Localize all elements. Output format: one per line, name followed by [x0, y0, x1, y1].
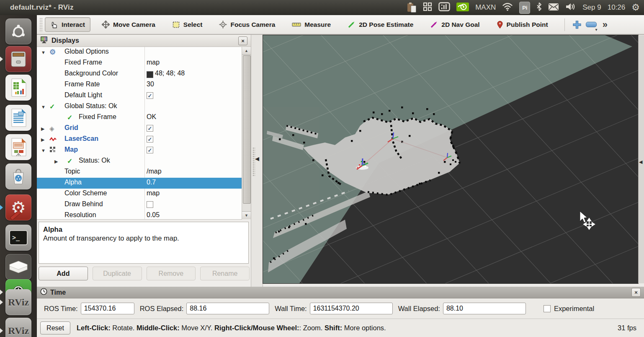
tool-publish-point[interactable]: Publish Point: [491, 17, 554, 32]
displays-panel-header[interactable]: Displays ×: [37, 35, 251, 47]
tool-move-camera[interactable]: Move Camera: [96, 17, 161, 32]
tree-row-resolution[interactable]: Resolution0.05: [37, 210, 242, 220]
tree-row-topic[interactable]: Topic/map: [37, 167, 242, 178]
clipboard-icon[interactable]: [407, 3, 417, 13]
collapse-icon[interactable]: ▼: [41, 50, 46, 55]
expand-icon[interactable]: ▶: [54, 159, 58, 164]
tool-focus-camera[interactable]: Focus Camera: [214, 17, 281, 32]
tool-2d-nav-goal[interactable]: 2D Nav Goal: [425, 17, 485, 32]
property-value[interactable]: 0.7: [147, 179, 156, 186]
collapse-icon[interactable]: ▼: [41, 104, 46, 109]
scroll-up-icon[interactable]: ▲: [242, 47, 251, 55]
checkbox-checked[interactable]: ✓: [147, 136, 153, 143]
rviz-button[interactable]: RViz: [5, 289, 31, 315]
close-icon[interactable]: ×: [631, 288, 641, 297]
3d-viewport[interactable]: [263, 35, 638, 283]
pose-estimate-arrow-icon: [348, 21, 355, 29]
tree-row-fixed-frame[interactable]: ✓Fixed FrameOK: [37, 112, 242, 123]
chevron-double-right-icon[interactable]: »: [603, 19, 608, 30]
ubuntu-software-button[interactable]: [5, 163, 31, 189]
add-button[interactable]: Add: [39, 267, 88, 280]
time-label[interactable]: 10:26: [608, 3, 626, 12]
tool-2d-pose-estimate[interactable]: 2D Pose Estimate: [342, 17, 419, 32]
color-swatch[interactable]: [147, 71, 153, 78]
right-panel-splitter[interactable]: ◀: [638, 35, 644, 283]
toolbar-separator: [564, 18, 565, 31]
tree-row-background-color[interactable]: Background Color48; 48; 48: [37, 69, 242, 80]
file-manager-button[interactable]: [5, 46, 31, 72]
wifi-icon[interactable]: [502, 3, 513, 13]
tree-row-draw-behind[interactable]: Draw Behind: [37, 200, 242, 210]
tree-row-global-status-ok[interactable]: ▼✓Global Status: Ok: [37, 101, 242, 112]
property-value[interactable]: 48; 48; 48: [155, 70, 185, 77]
property-value[interactable]: /map: [147, 168, 162, 175]
tool-select[interactable]: Select: [167, 17, 208, 32]
experimental-checkbox[interactable]: [544, 305, 551, 312]
tree-row-map[interactable]: ▼Map✓: [37, 145, 242, 156]
volume-icon[interactable]: [565, 3, 576, 13]
bluetooth-icon[interactable]: [536, 2, 542, 13]
tree-row-status-ok[interactable]: ▶✓Status: Ok: [37, 156, 242, 167]
tree-row-default-light[interactable]: Default Light✓: [37, 91, 242, 101]
nvidia-mode-label[interactable]: MAXN: [475, 3, 496, 12]
splitter-grip[interactable]: [252, 147, 255, 176]
tree-row-laserscan[interactable]: ▶LaserScan✓: [37, 134, 242, 145]
system-settings-button[interactable]: ⚙: [5, 194, 31, 220]
expand-icon[interactable]: ▶: [41, 137, 44, 143]
property-value[interactable]: map: [147, 189, 160, 197]
tool-measure[interactable]: Measure: [286, 18, 336, 32]
scrollbar-thumb[interactable]: [243, 55, 251, 204]
wall-time-input[interactable]: [310, 303, 393, 314]
tree-row-alpha[interactable]: Alpha0.7: [37, 178, 242, 189]
tree-row-fixed-frame[interactable]: Fixed Framemap: [37, 58, 242, 69]
libreoffice-writer-button[interactable]: [5, 105, 31, 131]
wall-elapsed-input[interactable]: [443, 303, 526, 314]
property-value[interactable]: map: [147, 59, 160, 66]
tree-row-global-options[interactable]: ▼⚙Global Options: [37, 47, 242, 58]
expand-icon[interactable]: ▶: [41, 126, 44, 132]
ros-time-input[interactable]: [81, 303, 134, 314]
duplicate-button[interactable]: Duplicate: [93, 267, 142, 280]
ros-elapsed-input[interactable]: [186, 303, 269, 314]
checkbox-checked[interactable]: ✓: [147, 92, 153, 99]
mail-icon[interactable]: [548, 3, 559, 13]
checkbox-unchecked[interactable]: [147, 201, 153, 208]
property-value[interactable]: OK: [147, 113, 156, 121]
checkbox-checked[interactable]: ✓: [147, 147, 153, 153]
tree-row-frame-rate[interactable]: Frame Rate30: [37, 80, 242, 91]
collapse-left-icon[interactable]: ◀: [255, 156, 259, 162]
property-name: Status: Ok: [79, 157, 110, 164]
pi-badge[interactable]: Pi: [519, 2, 530, 14]
title-bar: default.rviz* - RViz MAXN Pi: [0, 0, 644, 15]
tree-scrollbar[interactable]: ▲ ▼: [242, 47, 251, 219]
property-value[interactable]: 30: [147, 80, 154, 88]
time-panel-header[interactable]: Time ×: [37, 287, 644, 298]
remove-button[interactable]: Remove: [147, 267, 196, 280]
app-grid-icon[interactable]: [423, 2, 432, 13]
rename-button[interactable]: Rename: [200, 267, 250, 280]
disk-utility-button[interactable]: [5, 254, 31, 280]
close-icon[interactable]: ×: [238, 36, 247, 45]
launcher-dock: ⚙>_RVizRViz: [0, 15, 37, 337]
property-value[interactable]: 0.05: [147, 211, 160, 219]
libreoffice-impress-button[interactable]: [5, 134, 31, 160]
panel-splitter[interactable]: ◀: [251, 35, 263, 287]
rviz-button-2[interactable]: RViz: [5, 318, 31, 337]
remove-tool-button[interactable]: ▾: [584, 18, 598, 31]
tree-row-grid[interactable]: ▶◈Grid✓: [37, 123, 242, 134]
session-gear-icon[interactable]: ⚙: [631, 3, 640, 12]
reset-button[interactable]: Reset: [40, 321, 70, 334]
tool-interact[interactable]: Interact: [45, 17, 90, 32]
dash-home-button[interactable]: [5, 18, 31, 44]
add-tool-button[interactable]: [570, 18, 584, 31]
date-label[interactable]: Sep 9: [582, 3, 601, 12]
scroll-down-icon[interactable]: ▼: [242, 211, 251, 219]
checkbox-checked[interactable]: ✓: [147, 125, 153, 132]
collapse-right-icon[interactable]: ◀: [639, 159, 642, 165]
terminal-button[interactable]: >_: [5, 225, 31, 251]
system-monitor-icon[interactable]: [438, 2, 450, 13]
tree-row-color-scheme[interactable]: Color Schememap: [37, 189, 242, 200]
libreoffice-calc-button[interactable]: [5, 75, 31, 101]
nvidia-icon[interactable]: [456, 3, 469, 13]
collapse-icon[interactable]: ▼: [41, 148, 46, 153]
